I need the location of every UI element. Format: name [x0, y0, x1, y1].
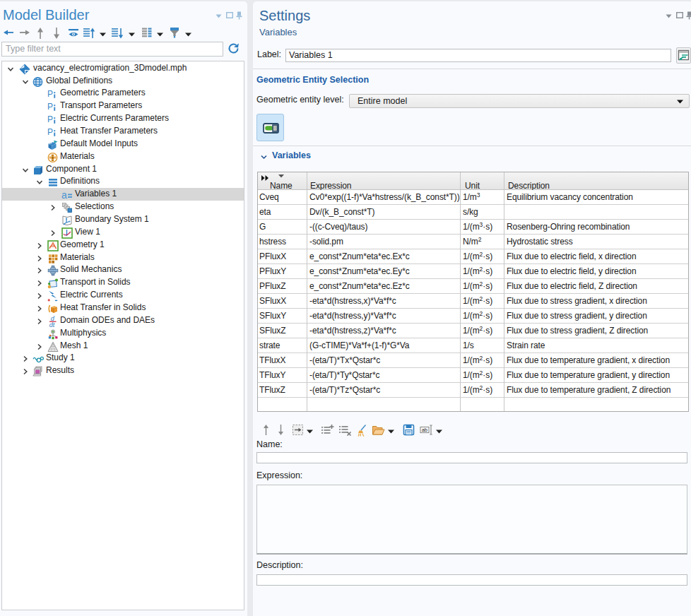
svg-text:P: P	[47, 89, 53, 99]
svg-text:P: P	[47, 114, 53, 124]
svg-text:a: a	[61, 189, 67, 201]
svg-text:ab: ab	[422, 427, 427, 433]
svg-text:P: P	[47, 127, 53, 137]
svg-text:P: P	[47, 102, 53, 112]
